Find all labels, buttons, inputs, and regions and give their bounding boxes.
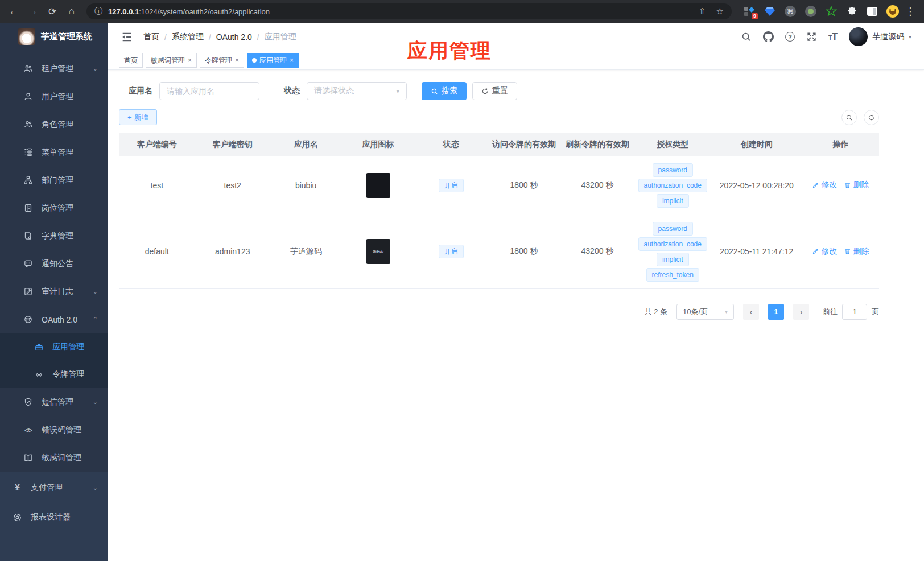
command-extension-icon[interactable]: ⌘ (784, 5, 797, 18)
close-tab-icon[interactable]: × (235, 53, 239, 67)
sidebar-item-menu[interactable]: 菜单管理 (0, 138, 108, 166)
status-badge: 开启 (439, 245, 464, 258)
panel-extension-icon[interactable] (866, 5, 878, 18)
sidebar-item-label: 租户管理 (42, 64, 73, 74)
sidebar-item-pay[interactable]: ¥支付管理⌄ (0, 473, 108, 502)
cell-status: 开启 (415, 156, 488, 214)
username: 芋道源码 (872, 32, 904, 42)
tab-home[interactable]: 首页 (119, 53, 143, 68)
tab-sensitive-word[interactable]: 敏感词管理× (146, 53, 197, 68)
sidebar-item-audit-log[interactable]: 审计日志⌄ (0, 278, 108, 306)
sidebar-item-label: 菜单管理 (42, 147, 73, 158)
add-button[interactable]: + 新增 (119, 109, 157, 125)
applications-table: 客户端编号客户端密钥应用名应用图标状态访问令牌的有效期刷新令牌的有效期授权类型创… (119, 133, 879, 289)
breadcrumb-item: 应用管理 (265, 32, 296, 42)
help-icon[interactable]: ? (785, 32, 795, 42)
log-icon (23, 287, 33, 296)
edit-button[interactable]: 修改 (812, 180, 837, 190)
message-icon (23, 259, 33, 269)
badge-icon (23, 203, 33, 213)
sidebar-item-dept[interactable]: 部门管理 (0, 166, 108, 194)
home-icon[interactable]: ⌂ (64, 3, 80, 19)
breadcrumb-item[interactable]: 系统管理 (172, 32, 204, 42)
page-1-button[interactable]: 1 (768, 304, 784, 320)
refresh-table-button[interactable] (864, 110, 879, 125)
tabs-grid-extension-icon[interactable]: 9 (743, 5, 756, 18)
sidebar-item-dict[interactable]: 字典管理 (0, 222, 108, 250)
page-size-select[interactable]: 10条/页 ▾ (676, 304, 734, 320)
breadcrumb-item[interactable]: 首页 (143, 32, 159, 42)
star-extension-icon[interactable] (825, 5, 838, 18)
tab-application[interactable]: 应用管理× (247, 53, 299, 68)
sidebar-item-sensitive-word[interactable]: 敏感词管理 (0, 444, 108, 472)
record-extension-icon[interactable] (805, 5, 817, 18)
status-select[interactable]: 请选择状态 ▾ (307, 82, 407, 100)
sidebar-item-post[interactable]: 岗位管理 (0, 194, 108, 222)
tab-label: 令牌管理 (205, 53, 232, 67)
column-header: 访问令牌的有效期 (488, 133, 560, 156)
app-logo (18, 28, 35, 45)
user-menu[interactable]: 芋道源码 ▾ (849, 27, 911, 46)
reload-icon[interactable]: ⟳ (44, 3, 60, 19)
sidebar-item-notice[interactable]: 通知公告 (0, 250, 108, 278)
site-info-icon[interactable]: ⓘ (94, 6, 102, 16)
sidebar-item-tenant[interactable]: 租户管理⌄ (0, 55, 108, 82)
next-page-button[interactable]: › (793, 304, 809, 320)
shield-icon (23, 397, 33, 407)
sidebar-item-label: 应用管理 (52, 342, 84, 352)
search-icon[interactable] (741, 31, 752, 42)
navbar-actions: ? TT 芋道源码 ▾ (741, 27, 911, 46)
emoji-extension-icon[interactable] (886, 5, 899, 18)
user-icon (23, 92, 33, 101)
sidebar-item-error-code[interactable]: </>错误码管理 (0, 416, 108, 444)
forward-icon[interactable]: → (25, 3, 41, 19)
toggle-search-button[interactable] (842, 110, 857, 125)
extensions-row: 9⌘ (743, 5, 899, 18)
sidebar-item-sms[interactable]: 短信管理⌄ (0, 388, 108, 416)
reset-button[interactable]: 重置 (472, 82, 517, 100)
goto-page-input[interactable] (842, 304, 867, 320)
breadcrumb-item[interactable]: OAuth 2.0 (216, 32, 252, 42)
trash-icon (844, 248, 851, 255)
search-button[interactable]: 搜索 (422, 82, 467, 100)
browser-menu-icon[interactable]: ⋮ (902, 3, 918, 19)
chevron-down-icon: ⌄ (93, 398, 98, 406)
users-icon (23, 64, 33, 73)
app-name-input[interactable] (159, 82, 259, 100)
sidebar-item-label: 令牌管理 (52, 369, 84, 380)
sidebar-item-label: 支付管理 (31, 482, 63, 493)
sidebar-item-oauth2[interactable]: OAuth 2.0⌃ (0, 306, 108, 333)
share-icon[interactable]: ⇧ (699, 6, 706, 16)
delete-button[interactable]: 删除 (844, 246, 869, 257)
fullscreen-icon[interactable] (806, 31, 817, 42)
sidebar-menu: 租户管理⌄用户管理角色管理菜单管理部门管理岗位管理字典管理通知公告审计日志⌄OA… (0, 50, 108, 472)
close-tab-icon[interactable]: × (290, 53, 294, 67)
address-bar[interactable]: ⓘ 127.0.0.1:1024/system/oauth2/oauth2/ap… (86, 3, 732, 19)
collapse-sidebar-icon[interactable] (121, 31, 133, 43)
top-navbar: 首页/系统管理/OAuth 2.0/应用管理 ? TT 芋道源码 (108, 23, 924, 51)
cell-app-name: biubiu (270, 156, 342, 214)
tab-token[interactable]: 令牌管理× (200, 53, 244, 68)
delete-button[interactable]: 删除 (844, 180, 869, 190)
sidebar-item-user[interactable]: 用户管理 (0, 82, 108, 110)
puzzle-extension-icon[interactable] (845, 5, 858, 18)
gem-extension-icon[interactable] (764, 5, 776, 18)
sidebar-item-oauth2-application[interactable]: 应用管理 (0, 333, 108, 361)
sidebar-item-report-designer[interactable]: 报表设计器 (0, 502, 108, 532)
chevron-up-icon: ⌃ (93, 316, 98, 323)
prev-page-button[interactable]: ‹ (743, 304, 759, 320)
column-header: 状态 (415, 133, 488, 156)
cell-status: 开启 (415, 214, 488, 288)
bookmark-star-icon[interactable]: ☆ (716, 6, 724, 16)
sidebar-item-role[interactable]: 角色管理 (0, 110, 108, 138)
app-logo-row[interactable]: 芋道管理系统 (0, 23, 108, 50)
tab-label: 应用管理 (259, 53, 287, 67)
plus-icon: + (127, 113, 132, 122)
font-size-icon[interactable]: TT (828, 32, 838, 42)
cell-grant-types: passwordauthorization_codeimplicitrefres… (634, 214, 711, 288)
back-icon[interactable]: ← (6, 3, 22, 19)
sidebar-item-oauth2-token[interactable]: 令牌管理 (0, 361, 108, 388)
edit-button[interactable]: 修改 (812, 246, 837, 257)
close-tab-icon[interactable]: × (188, 53, 192, 67)
github-icon[interactable] (763, 31, 774, 42)
